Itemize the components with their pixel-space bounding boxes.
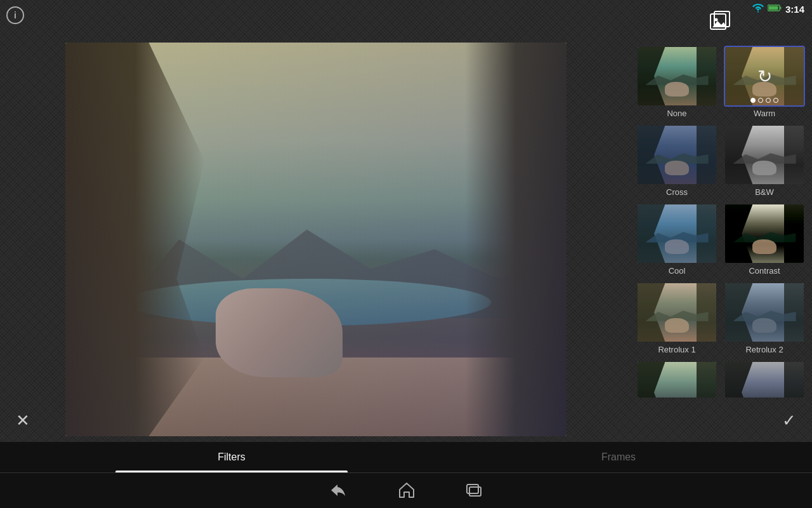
main-photo [65, 43, 566, 436]
filter-item-cross[interactable]: Cross [635, 123, 719, 198]
svg-marker-7 [400, 483, 414, 497]
filter-item-bw[interactable]: B&W [723, 123, 806, 198]
photo-area [0, 0, 631, 472]
filter-item-partial1[interactable] [635, 359, 719, 400]
filter-label-warm: Warm [754, 109, 775, 118]
filter-label-contrast: Contrast [749, 266, 780, 276]
filter-label-bw: B&W [755, 187, 774, 197]
filter-label-cool: Cool [669, 266, 686, 276]
filters-sidebar: None ↻ [631, 0, 812, 472]
cancel-button[interactable]: ✕ [8, 405, 38, 436]
tab-filters[interactable]: Filters [38, 442, 425, 472]
filter-item-retrolux1[interactable]: Retrolux 1 [635, 281, 719, 356]
rotate-icon: ↻ [757, 66, 772, 87]
filter-item-contrast[interactable]: Contrast [723, 202, 806, 277]
tab-frames-label: Frames [601, 451, 636, 463]
svg-rect-1 [768, 6, 778, 10]
dots-indicator [750, 98, 778, 103]
filter-grid: None ↻ [634, 43, 807, 401]
home-button[interactable] [398, 482, 415, 498]
tabs-section: ✕ Filters Frames ✓ [0, 442, 812, 472]
filter-label-none: None [667, 109, 686, 118]
filter-item-warm[interactable]: ↻ Warm [723, 44, 806, 119]
filter-item-retrolux2[interactable]: Retrolux 2 [723, 281, 806, 356]
gallery-icon[interactable] [707, 8, 735, 36]
recent-apps-button[interactable] [466, 483, 482, 497]
bottom-bar [0, 472, 812, 508]
wifi-icon [752, 4, 764, 15]
status-bar: 3:14 [736, 0, 812, 18]
back-button[interactable] [330, 483, 348, 497]
filter-label-cross: Cross [666, 187, 688, 197]
tab-frames[interactable]: Frames [425, 442, 812, 472]
cancel-icon: ✕ [16, 411, 30, 431]
svg-rect-9 [469, 487, 481, 496]
time-display: 3:14 [785, 4, 804, 15]
confirm-button[interactable]: ✓ [774, 405, 804, 436]
tab-filters-label: Filters [218, 451, 246, 463]
filter-label-retrolux2: Retrolux 2 [745, 345, 783, 354]
filter-label-retrolux1: Retrolux 1 [658, 345, 695, 354]
info-icon: i [14, 10, 16, 20]
confirm-icon: ✓ [782, 411, 796, 431]
battery-icon [768, 4, 782, 14]
filter-item-none[interactable]: None [635, 44, 719, 119]
filter-item-partial2[interactable] [723, 359, 806, 400]
svg-rect-8 [467, 485, 478, 493]
main-area: None ↻ [0, 0, 812, 472]
svg-point-5 [714, 18, 717, 22]
info-button[interactable]: i [6, 6, 24, 24]
nav-icons [0, 482, 812, 498]
svg-rect-2 [780, 7, 781, 10]
filter-item-cool[interactable]: Cool [635, 202, 719, 277]
